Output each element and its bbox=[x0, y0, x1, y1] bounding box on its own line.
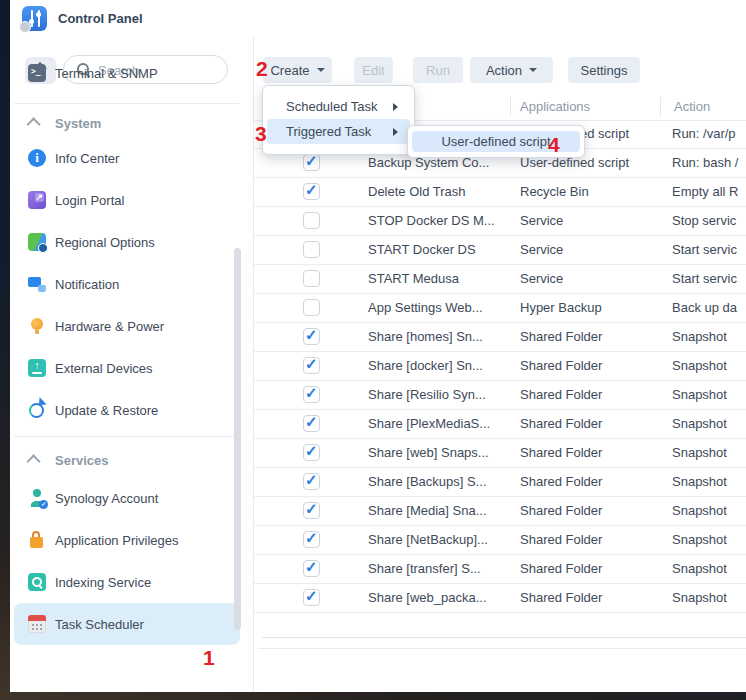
row-checkbox[interactable] bbox=[303, 212, 320, 229]
section-header-system[interactable]: System bbox=[10, 107, 253, 139]
toolbar-button[interactable]: Settings bbox=[568, 57, 640, 83]
sidebar-item[interactable]: Application Privileges bbox=[14, 519, 240, 561]
row-checkbox[interactable] bbox=[303, 183, 320, 200]
row-checkbox[interactable] bbox=[303, 473, 320, 490]
column-header-applications[interactable]: Applications bbox=[520, 93, 590, 120]
task-name-cell: Share [docker] Sn... bbox=[368, 352, 518, 380]
action-cell: Start servic bbox=[672, 236, 746, 264]
table-row[interactable]: Share [Backups] S... Shared Folder Snaps… bbox=[254, 468, 746, 497]
sidebar-item[interactable]: Info Center bbox=[14, 137, 240, 179]
task-table: User-defined script Run: /var/p Backup S… bbox=[254, 120, 746, 613]
column-separator bbox=[510, 97, 511, 116]
row-checkbox[interactable] bbox=[303, 531, 320, 548]
toolbar-button-label: Settings bbox=[581, 63, 628, 78]
sidebar-item-label: Notification bbox=[55, 277, 119, 292]
table-row[interactable]: START Medusa Service Start servic bbox=[254, 265, 746, 294]
application-cell: Shared Folder bbox=[520, 497, 668, 525]
sidebar-item-label: Update & Restore bbox=[55, 403, 158, 418]
table-row[interactable]: Share [docker] Sn... Shared Folder Snaps… bbox=[254, 352, 746, 381]
task-name-cell: Share [homes] Sn... bbox=[368, 323, 518, 351]
table-row[interactable]: STOP Docker DS M... Service Stop servic bbox=[254, 207, 746, 236]
application-cell: Service bbox=[520, 207, 668, 235]
sidebar-item[interactable]: External Devices bbox=[14, 347, 240, 389]
table-row[interactable]: START Docker DS Service Start servic bbox=[254, 236, 746, 265]
sidebar-item[interactable]: Notification bbox=[14, 263, 240, 305]
row-checkbox[interactable] bbox=[303, 154, 320, 171]
table-row[interactable]: Share [PlexMediaS... Shared Folder Snaps… bbox=[254, 410, 746, 439]
table-row[interactable]: Delete Old Trash Recycle Bin Empty all R bbox=[254, 178, 746, 207]
menu-item-scheduled-task[interactable]: Scheduled Task bbox=[267, 94, 410, 119]
row-checkbox[interactable] bbox=[303, 386, 320, 403]
toolbar-button[interactable]: Edit bbox=[354, 57, 393, 83]
action-cell: Snapshot bbox=[672, 381, 746, 409]
window-title: Control Panel bbox=[58, 0, 143, 37]
caret-down-icon bbox=[317, 68, 325, 72]
section-header-services[interactable]: Services bbox=[10, 444, 253, 476]
row-checkbox[interactable] bbox=[303, 560, 320, 577]
sidebar-item[interactable]: Hardware & Power bbox=[14, 305, 240, 347]
row-checkbox[interactable] bbox=[303, 357, 320, 374]
task-name-cell: Delete Old Trash bbox=[368, 178, 518, 206]
caret-down-icon bbox=[529, 68, 537, 72]
sidebar-item[interactable]: Regional Options bbox=[14, 221, 240, 263]
task-name-cell: START Docker DS bbox=[368, 236, 518, 264]
sidebar-item[interactable]: Synology Account bbox=[14, 477, 240, 519]
table-row[interactable]: Share [web] Snaps... Shared Folder Snaps… bbox=[254, 439, 746, 468]
indexing-service-icon bbox=[28, 573, 46, 591]
sidebar-item-label: Hardware & Power bbox=[55, 319, 164, 334]
table-row[interactable]: Share [homes] Sn... Shared Folder Snapsh… bbox=[254, 323, 746, 352]
control-panel-icon bbox=[22, 6, 47, 31]
row-checkbox[interactable] bbox=[303, 502, 320, 519]
task-scheduler-icon bbox=[28, 615, 46, 633]
table-row[interactable]: App Settings Web... Hyper Backup Back up… bbox=[254, 294, 746, 323]
sidebar-item-label: Regional Options bbox=[55, 235, 155, 250]
info-center-icon bbox=[28, 149, 46, 167]
annotation-4: 4 bbox=[548, 134, 560, 155]
table-row[interactable]: Share [transfer] S... Shared Folder Snap… bbox=[254, 555, 746, 584]
submenu-arrow-icon bbox=[393, 103, 398, 111]
action-cell: Empty all R bbox=[672, 178, 746, 206]
action-cell: Start servic bbox=[672, 265, 746, 293]
action-cell: Snapshot bbox=[672, 555, 746, 583]
row-checkbox[interactable] bbox=[303, 415, 320, 432]
application-cell: Hyper Backup bbox=[520, 294, 668, 322]
notification-icon bbox=[28, 275, 46, 293]
menu-item-triggered-task[interactable]: Triggered Task bbox=[267, 119, 410, 144]
toolbar-button[interactable]: Run bbox=[413, 57, 463, 83]
sidebar-item[interactable]: Terminal & SNMP bbox=[14, 52, 240, 94]
row-checkbox[interactable] bbox=[303, 241, 320, 258]
toolbar-button[interactable]: Create bbox=[263, 57, 332, 83]
sidebar-services-items: Synology Account Application Privileges … bbox=[10, 477, 253, 645]
sidebar-item[interactable]: Update & Restore bbox=[14, 389, 240, 431]
sidebar-item-label: Login Portal bbox=[55, 193, 124, 208]
chevron-up-icon bbox=[27, 454, 41, 468]
action-cell: Snapshot bbox=[672, 526, 746, 554]
row-checkbox[interactable] bbox=[303, 270, 320, 287]
table-row[interactable]: Share [web_packa... Shared Folder Snapsh… bbox=[254, 584, 746, 613]
application-cell: Shared Folder bbox=[520, 526, 668, 554]
table-row[interactable]: Share [Resilio Syn... Shared Folder Snap… bbox=[254, 381, 746, 410]
row-checkbox[interactable] bbox=[303, 299, 320, 316]
sidebar-item[interactable]: Indexing Service bbox=[14, 561, 240, 603]
table-row[interactable]: Share [NetBackup]... Shared Folder Snaps… bbox=[254, 526, 746, 555]
sidebar-item-label: Application Privileges bbox=[55, 533, 179, 548]
hardware-power-icon bbox=[28, 317, 46, 335]
action-cell: Run: bash / bbox=[672, 149, 746, 177]
row-checkbox[interactable] bbox=[303, 328, 320, 345]
toolbar-button[interactable]: Action bbox=[470, 57, 553, 83]
row-checkbox[interactable] bbox=[303, 589, 320, 606]
create-dropdown-menu: Scheduled Task Triggered Task bbox=[262, 85, 415, 155]
sidebar-scrollbar[interactable] bbox=[234, 248, 241, 630]
table-row[interactable]: Share [Media] Sna... Shared Folder Snaps… bbox=[254, 497, 746, 526]
row-checkbox[interactable] bbox=[303, 444, 320, 461]
annotation-2: 2 bbox=[256, 58, 268, 79]
application-cell: Service bbox=[520, 265, 668, 293]
sidebar-item-label: Indexing Service bbox=[55, 575, 151, 590]
sidebar-item[interactable]: Task Scheduler bbox=[14, 603, 240, 645]
task-name-cell: STOP Docker DS M... bbox=[368, 207, 518, 235]
sidebar-item[interactable]: Login Portal bbox=[14, 179, 240, 221]
regional-options-icon bbox=[28, 233, 46, 251]
task-name-cell: Share [NetBackup]... bbox=[368, 526, 518, 554]
action-cell: Stop servic bbox=[672, 207, 746, 235]
column-header-action[interactable]: Action bbox=[674, 93, 710, 120]
